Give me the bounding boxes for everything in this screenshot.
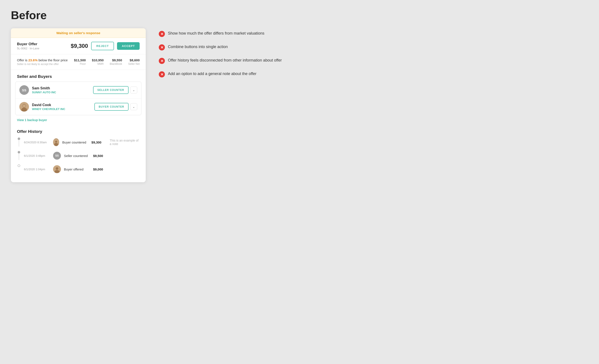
- mmr-label: MMR: [92, 62, 104, 65]
- participant-left-sam: SS Sam Smith SUNNY AUTO INC: [19, 85, 56, 95]
- timeline-dot-1: [18, 138, 20, 140]
- annotation-text-4: Add an option to add a general note abou…: [168, 71, 256, 77]
- history-avatar-2: SS: [53, 152, 61, 160]
- svg-point-2: [23, 104, 26, 107]
- timeline-dot-3: [18, 165, 20, 167]
- participant-right-david: BUYER COUNTER ⌄: [94, 103, 137, 111]
- offer-label: Buyer Offer: [17, 42, 39, 46]
- annotation-icon-2: ✕: [159, 44, 165, 51]
- history-avatar-3: [53, 165, 61, 173]
- participant-row-sam-smith: SS Sam Smith SUNNY AUTO INC SELLER COUNT…: [16, 82, 141, 98]
- offer-amount: $9,300: [71, 43, 88, 49]
- history-action-3: Buyer offered: [64, 167, 90, 171]
- history-content-2: 6/1/2020 3:48pm SS Seller countered $9,5…: [24, 150, 140, 164]
- participant-info-sam: Sam Smith SUNNY AUTO INC: [32, 86, 56, 94]
- seller-counter-chevron[interactable]: ⌄: [130, 87, 137, 94]
- annotation-4: ✕ Add an option to add a general note ab…: [159, 71, 588, 78]
- history-avatar-1: [53, 138, 59, 146]
- participant-right-sam: SELLER COUNTER ⌄: [93, 86, 137, 94]
- price-percentage: 23.6%: [28, 58, 38, 62]
- timeline-3: [17, 164, 21, 167]
- face-icon-small-1: [53, 138, 59, 146]
- participants-box: SS Sam Smith SUNNY AUTO INC SELLER COUNT…: [15, 82, 141, 115]
- timeline-dot-2: [18, 151, 20, 154]
- history-content-1: 6/24/2020 8:30am Buyer countered $9,300 …: [24, 137, 140, 150]
- offer-header-right: $9,300 REJECT ACCEPT: [71, 42, 140, 50]
- history-content-3: 6/1/2020 1:04pm Buyer offered $9,000: [24, 164, 140, 177]
- participant-info-david: David Cook WINDY CHEVROLET INC: [32, 103, 65, 111]
- buyer-counter-chevron[interactable]: ⌄: [130, 103, 137, 110]
- offer-card: Waiting on seller's response Buyer Offer…: [11, 28, 146, 182]
- mmr-value: $10,950: [92, 58, 104, 62]
- annotations-panel: ✕ Show how much the offer differs from m…: [159, 28, 588, 78]
- face-icon-david: [19, 102, 29, 112]
- participant-company-sam: SUNNY AUTO INC: [32, 91, 56, 94]
- participant-name-david: David Cook: [32, 103, 65, 107]
- history-action-2: Seller countered: [64, 154, 90, 158]
- price-sub: Seller is not likely to accept the offer: [17, 63, 68, 66]
- participant-name-sam: Sam Smith: [32, 86, 56, 90]
- history-note-1: This is an example of a note: [110, 139, 140, 146]
- price-seller-net: $8,600 Seller Net: [128, 58, 140, 65]
- history-date-3: 6/1/2020 1:04pm: [24, 168, 50, 171]
- svg-point-6: [54, 143, 58, 146]
- buyer-counter-button[interactable]: BUYER COUNTER: [94, 103, 129, 111]
- view-backup-link[interactable]: View 1 backup buyer: [11, 115, 146, 125]
- offer-sublabel: 5L-0062 · In-Lane: [17, 47, 39, 50]
- blackbook-label: BlackBook: [110, 62, 122, 65]
- sellers-buyers-title: Seller and Buyers: [11, 70, 146, 82]
- blackbook-value: $9,550: [110, 58, 122, 62]
- offer-history-list: 6/24/2020 8:30am Buyer countered $9,300 …: [11, 137, 146, 182]
- history-amount-1: $9,300: [91, 140, 106, 144]
- timeline-line-2: [19, 154, 19, 160]
- seller-counter-button[interactable]: SELLER COUNTER: [93, 86, 129, 94]
- avatar-david-cook: [19, 102, 29, 112]
- price-info-row: Offer is 23.6% below the floor price Sel…: [11, 54, 146, 70]
- offer-history-title: Offer History: [11, 125, 146, 137]
- price-info-right: $11,500 Floor $10,950 MMR $9,550 BlackBo…: [74, 58, 140, 65]
- annotation-icon-4: ✕: [159, 71, 165, 78]
- history-amount-2: $9,500: [93, 154, 108, 158]
- annotation-text-1: Show how much the offer differs from mar…: [168, 30, 264, 36]
- face-icon-small-3: [53, 165, 61, 173]
- history-date-1: 6/24/2020 8:30am: [24, 141, 50, 144]
- participant-left-david: David Cook WINDY CHEVROLET INC: [19, 102, 65, 112]
- floor-value: $11,500: [74, 58, 86, 62]
- main-layout: Waiting on seller's response Buyer Offer…: [11, 28, 588, 182]
- history-item-3: 6/1/2020 1:04pm Buyer offered $9,000: [17, 164, 140, 177]
- participant-company-david: WINDY CHEVROLET INC: [32, 107, 65, 111]
- annotation-icon-1: ✕: [159, 31, 165, 37]
- price-floor: $11,500 Floor: [74, 58, 86, 65]
- history-item-1: 6/24/2020 8:30am Buyer countered $9,300 …: [17, 137, 140, 150]
- svg-point-8: [56, 167, 58, 170]
- annotation-text-2: Combine buttons into single action: [168, 44, 228, 50]
- avatar-sam-smith: SS: [19, 85, 29, 95]
- annotation-2: ✕ Combine buttons into single action: [159, 44, 588, 51]
- annotation-3: ✕ Offer history feels disconnected from …: [159, 57, 588, 64]
- accept-button[interactable]: ACCEPT: [117, 42, 140, 50]
- offer-header-left: Buyer Offer 5L-0062 · In-Lane: [17, 42, 39, 50]
- seller-net-label: Seller Net: [128, 62, 140, 65]
- status-banner: Waiting on seller's response: [11, 28, 146, 38]
- history-amount-3: $9,000: [93, 167, 108, 171]
- price-blackbook: $9,550 BlackBook: [110, 58, 122, 65]
- history-item-2: 6/1/2020 3:48pm SS Seller countered $9,5…: [17, 150, 140, 164]
- annotation-icon-3: ✕: [159, 58, 165, 64]
- price-mmr: $10,950 MMR: [92, 58, 104, 65]
- offer-header: Buyer Offer 5L-0062 · In-Lane $9,300 REJ…: [11, 38, 146, 54]
- floor-label: Floor: [74, 62, 86, 65]
- timeline-2: [17, 150, 21, 160]
- timeline-line-1: [19, 140, 19, 147]
- timeline-1: [17, 137, 21, 147]
- seller-net-value: $8,600: [128, 58, 140, 62]
- annotation-1: ✕ Show how much the offer differs from m…: [159, 30, 588, 37]
- history-action-1: Buyer countered: [62, 140, 88, 144]
- reject-button[interactable]: REJECT: [91, 42, 114, 50]
- price-info-left: Offer is 23.6% below the floor price Sel…: [17, 58, 68, 66]
- price-label: Offer is 23.6% below the floor price: [17, 58, 68, 62]
- svg-point-5: [55, 141, 57, 143]
- page-title: Before: [11, 9, 588, 22]
- history-date-2: 6/1/2020 3:48pm: [24, 154, 50, 157]
- participant-row-david-cook: David Cook WINDY CHEVROLET INC BUYER COU…: [16, 98, 141, 115]
- annotation-text-3: Offer history feels disconnected from ot…: [168, 57, 282, 63]
